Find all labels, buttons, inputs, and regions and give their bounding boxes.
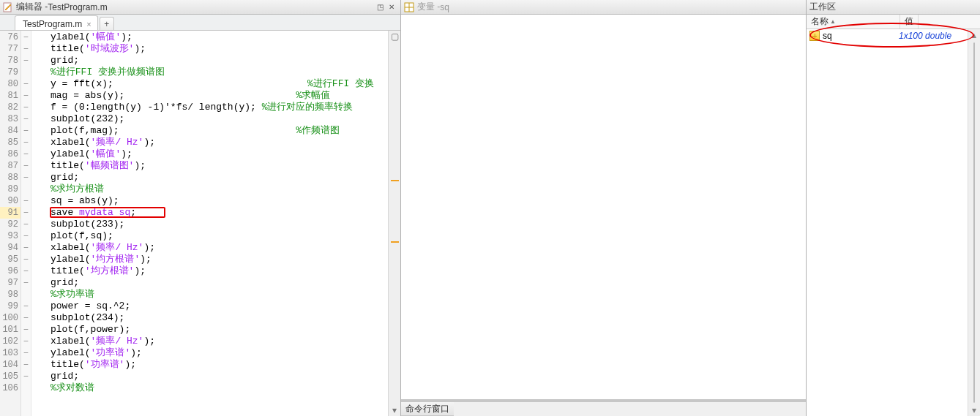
- tab-label: TestProgram.m: [23, 19, 82, 29]
- workspace-body[interactable]: sq 1x100 double: [807, 29, 968, 416]
- workspace-scrollbar[interactable]: ▴ ▾: [968, 29, 980, 416]
- workspace-col-name[interactable]: 名称 ▲: [807, 15, 900, 29]
- variables-body[interactable]: [401, 15, 806, 399]
- variables-icon: [404, 2, 414, 12]
- restore-down-button[interactable]: ◳: [374, 2, 386, 12]
- scroll-down-icon[interactable]: ▾: [968, 404, 980, 416]
- workspace-title-bar: 工作区: [807, 0, 980, 15]
- editor-analysis-bar[interactable]: ▢ ▾: [388, 31, 400, 416]
- variables-title-var: sq: [440, 2, 449, 12]
- fold-column[interactable]: [21, 31, 31, 416]
- code-text[interactable]: ylabel('幅值');title('时域波形');grid;%进行FFI 变…: [31, 31, 388, 416]
- variable-value: 1x100 double: [899, 31, 951, 41]
- variables-title-prefix: 变量 -: [417, 1, 440, 13]
- workspace-row[interactable]: sq 1x100 double: [807, 29, 968, 42]
- workspace-col-value[interactable]: 值: [900, 15, 919, 29]
- editor-title-bar: 编辑器 - TestProgram.m ◳ ✕: [0, 0, 400, 15]
- close-panel-button[interactable]: ✕: [386, 2, 397, 12]
- scroll-indicator-top: ▢: [389, 31, 400, 42]
- line-number-gutter: 7677787980818283848586878889909192939495…: [0, 31, 21, 416]
- sort-asc-icon: ▲: [830, 18, 836, 25]
- command-window-bar[interactable]: 命令行窗口: [401, 399, 806, 416]
- close-tab-button[interactable]: ×: [86, 20, 91, 29]
- workspace-columns: 名称 ▲ 值: [807, 15, 980, 29]
- tab-testprogram[interactable]: TestProgram.m ×: [15, 15, 98, 30]
- editor-area[interactable]: 7677787980818283848586878889909192939495…: [0, 31, 400, 416]
- variable-name: sq: [823, 31, 899, 41]
- scroll-thumb[interactable]: [973, 42, 975, 403]
- scroll-up-icon[interactable]: ▴: [968, 29, 980, 41]
- variable-icon: [809, 31, 820, 41]
- scroll-down-icon[interactable]: ▾: [389, 404, 400, 416]
- workspace-title: 工作区: [809, 1, 836, 13]
- variables-title-bar[interactable]: 变量 - sq: [401, 0, 806, 15]
- editor-icon: [3, 2, 13, 12]
- editor-tab-bar: TestProgram.m × +: [0, 15, 400, 31]
- add-tab-button[interactable]: +: [100, 17, 114, 30]
- command-window-title: 命令行窗口: [401, 402, 454, 416]
- editor-title-prefix: 编辑器 -: [16, 1, 48, 13]
- editor-title-file: TestProgram.m: [48, 2, 107, 12]
